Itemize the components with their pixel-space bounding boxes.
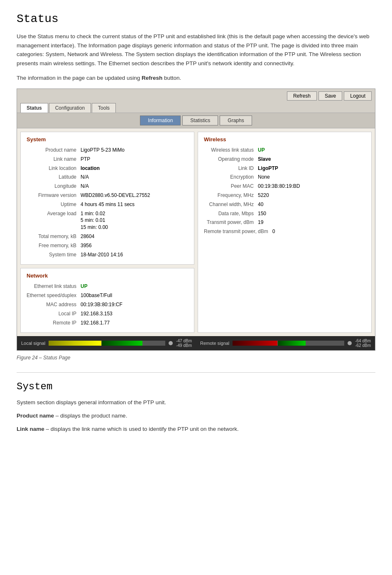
wireless-datarate-label: Data rate, Mbps	[204, 210, 258, 217]
remote-signal-bar	[233, 341, 344, 346]
wireless-datarate-row: Data rate, Mbps 150	[204, 210, 365, 217]
system-link-name-value: PTP	[81, 156, 90, 163]
system-link-name-row: Link name PTP	[27, 156, 188, 163]
system-section-paragraph: System section displays general informat…	[17, 398, 375, 407]
wireless-encryption-value: None	[258, 174, 270, 181]
network-remoteip-row: Remote IP 192.168.1.77	[27, 319, 188, 327]
network-localip-value: 192.168.3.153	[81, 310, 113, 317]
intro-paragraph-1: Use the Status menu to check the current…	[17, 32, 375, 68]
logout-button[interactable]: Logout	[344, 91, 372, 101]
signal-bar-area: Local signal -47 dBm -49 dBm Remote sign…	[17, 336, 375, 350]
wireless-encryption-row: Encryption None	[204, 174, 365, 181]
network-eth-speed-row: Ethernet speed/duplex 100baseT/Full	[27, 292, 188, 299]
system-avgload-label: Average load	[27, 210, 81, 231]
sub-tab-information[interactable]: Information	[140, 115, 181, 125]
nav-tabs: Status Configuration Tools	[17, 103, 375, 113]
wireless-link-status-label: Wireless link status	[204, 147, 258, 154]
system-avgload-value: 1 min: 0.02 5 min: 0.01 15 min: 0.00	[81, 210, 108, 231]
local-signal-bar-green	[102, 341, 142, 346]
system-time-value: 18-Mar-2010 14:16	[81, 251, 123, 258]
wireless-frequency-row: Frequency, MHz 5220	[204, 192, 365, 199]
nav-tab-status[interactable]: Status	[20, 103, 48, 113]
network-mac-label: MAC address	[27, 301, 81, 308]
system-link-location-row: Link location location	[27, 165, 188, 172]
remote-signal-bar-green	[278, 341, 306, 346]
wireless-datarate-value: 150	[258, 210, 266, 217]
sub-tab-statistics[interactable]: Statistics	[182, 115, 218, 125]
wireless-frequency-value: 5220	[258, 192, 269, 199]
system-product-name-value: LigoPTP 5-23 MiMo	[81, 147, 125, 154]
wireless-linkid-label: Link ID	[204, 165, 258, 172]
system-latitude-label: Latitude	[27, 174, 81, 181]
system-freemem-row: Free memory, kB 3956	[27, 242, 188, 249]
section-divider	[17, 372, 375, 373]
local-signal-bar-yellow	[49, 341, 101, 346]
system-latitude-value: N/A	[81, 174, 89, 181]
wireless-link-status-value: UP	[258, 147, 265, 154]
wireless-remotetx-value: 0	[272, 228, 275, 235]
system-longitude-label: Longitude	[27, 183, 81, 190]
nav-tab-tools[interactable]: Tools	[92, 103, 116, 113]
system-link-location-label: Link location	[27, 165, 81, 172]
wireless-linkid-value: LigoPTP	[258, 165, 278, 172]
wireless-txpower-label: Transmit power, dBm	[204, 219, 258, 226]
system-panel-title: System	[27, 136, 188, 143]
wireless-panel-title: Wireless	[204, 136, 365, 143]
refresh-button[interactable]: Refresh	[287, 91, 317, 101]
top-button-bar: Refresh Save Logout	[17, 89, 375, 103]
remote-signal-group: Remote signal -64 dBm -62 dBm	[200, 339, 371, 348]
system-totalmem-value: 28604	[81, 233, 94, 240]
wireless-peermac-value: 00:19:3B:80:19:BD	[258, 183, 300, 190]
network-eth-status-label: Ethernet link status	[27, 283, 81, 290]
local-signal-label: Local signal	[21, 341, 45, 346]
system-latitude-row: Latitude N/A	[27, 174, 188, 181]
nav-tab-configuration[interactable]: Configuration	[49, 103, 91, 113]
wireless-linkid-row: Link ID LigoPTP	[204, 165, 365, 172]
system-avgload-row: Average load 1 min: 0.02 5 min: 0.01 15 …	[27, 210, 188, 231]
system-link-location-value: location	[81, 165, 100, 172]
system-longitude-row: Longitude N/A	[27, 183, 188, 190]
remote-signal-values: -64 dBm -62 dBm	[355, 339, 371, 348]
local-signal-bar	[49, 341, 165, 346]
network-mac-row: MAC address 00:19:3B:80:19:CF	[27, 301, 188, 308]
network-localip-label: Local IP	[27, 310, 81, 317]
system-section-heading: System	[17, 381, 375, 392]
system-link-name-label: Link name	[27, 156, 81, 163]
remote-signal-bar-red	[233, 341, 277, 346]
network-localip-row: Local IP 192.168.3.153	[27, 310, 188, 317]
remote-signal-label: Remote signal	[200, 341, 229, 346]
remote-signal-dot	[348, 341, 352, 345]
system-totalmem-label: Total memory, kB	[27, 233, 81, 240]
wireless-encryption-label: Encryption	[204, 174, 258, 181]
system-freemem-value: 3956	[81, 242, 92, 249]
intro-paragraph-2: The information in the page can be updat…	[17, 74, 375, 83]
wireless-peermac-label: Peer MAC	[204, 183, 258, 190]
local-signal-values: -47 dBm -49 dBm	[176, 339, 192, 348]
network-panel: Network Ethernet link status UP Ethernet…	[20, 268, 194, 333]
page-heading: Status	[17, 12, 375, 25]
wireless-chanwidth-label: Channel width, MHz	[204, 201, 258, 208]
system-firmware-row: Firmware version WBD2880.v6.50-DEVEL.275…	[27, 192, 188, 199]
system-product-name-row: Product name LigoPTP 5-23 MiMo	[27, 147, 188, 154]
screenshot-container: Refresh Save Logout Status Configuration…	[17, 88, 375, 351]
sub-tab-graphs[interactable]: Graphs	[220, 115, 252, 125]
system-product-name-item: Product name – displays the product name…	[17, 411, 375, 420]
wireless-opmode-label: Operating mode	[204, 156, 258, 163]
system-uptime-label: Uptime	[27, 201, 81, 208]
wireless-peermac-row: Peer MAC 00:19:3B:80:19:BD	[204, 183, 365, 190]
wireless-chanwidth-row: Channel width, MHz 40	[204, 201, 365, 208]
content-area: System Product name LigoPTP 5-23 MiMo Li…	[17, 128, 375, 336]
system-longitude-value: N/A	[81, 183, 89, 190]
network-eth-speed-label: Ethernet speed/duplex	[27, 292, 81, 299]
system-link-name-item: Link name – displays the link name which…	[17, 425, 375, 434]
wireless-remotetx-label: Remote transmit power, dBm	[204, 228, 272, 235]
figure-caption: Figure 24 – Status Page	[17, 355, 375, 361]
network-eth-status-row: Ethernet link status UP	[27, 283, 188, 290]
save-button[interactable]: Save	[318, 91, 342, 101]
wireless-opmode-value: Slave	[258, 156, 271, 163]
system-uptime-row: Uptime 4 hours 45 mins 11 secs	[27, 201, 188, 208]
wireless-link-status-row: Wireless link status UP	[204, 147, 365, 154]
system-firmware-value: WBD2880.v6.50-DEVEL.27552	[81, 192, 150, 199]
system-firmware-label: Firmware version	[27, 192, 81, 199]
wireless-opmode-row: Operating mode Slave	[204, 156, 365, 163]
